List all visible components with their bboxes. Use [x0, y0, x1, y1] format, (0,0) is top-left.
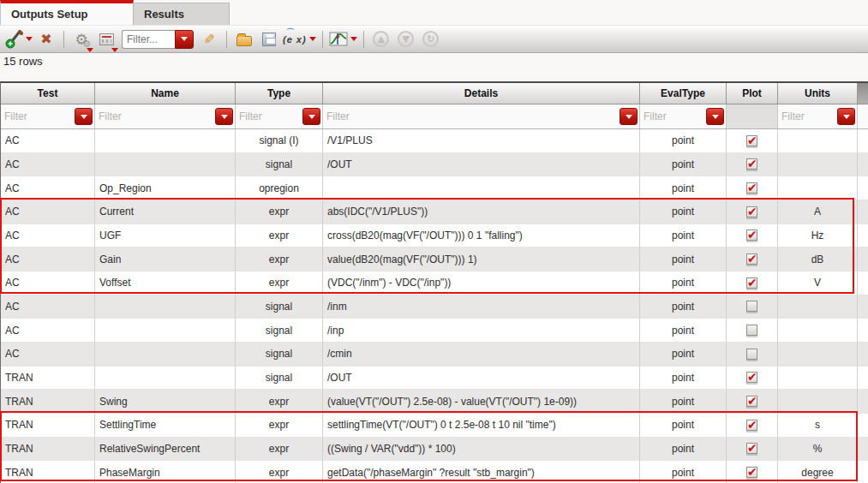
cell-details[interactable]: (value(VT("/OUT") 2.5e-08) - value(VT("/… — [323, 390, 640, 414]
cell-plot[interactable] — [727, 224, 778, 248]
cell-units[interactable]: dB — [778, 247, 858, 271]
table-row[interactable]: AC Current expr abs(IDC("/V1/PLUS")) poi… — [1, 200, 868, 224]
cell-details[interactable]: getData("/phaseMargin" ?result "stb_marg… — [323, 461, 640, 483]
cell-plot[interactable] — [727, 319, 778, 343]
filter-wand-button[interactable]: ✎ — [198, 28, 220, 51]
column-header-details[interactable]: Details — [323, 83, 640, 104]
column-header-plot[interactable]: Plot — [727, 83, 778, 104]
column-header-type[interactable]: Type — [236, 83, 323, 104]
settings-button[interactable]: ⚙ ⚙ — [70, 28, 93, 51]
cell-type[interactable]: signal — [236, 153, 323, 177]
filter-dropdown-type[interactable] — [302, 108, 320, 125]
cell-units[interactable]: s — [778, 414, 858, 438]
filter-dropdown-units[interactable] — [837, 108, 855, 125]
cell-type[interactable]: signal — [236, 343, 323, 367]
cell-evaltype[interactable]: point — [640, 390, 727, 414]
table-row[interactable]: TRAN signal /OUT point — [1, 367, 868, 391]
cell-name[interactable]: Swing — [95, 390, 236, 414]
cell-details[interactable]: /inp — [323, 319, 640, 343]
table-config-dropdown-icon[interactable] — [111, 48, 118, 52]
cell-plot[interactable] — [727, 461, 778, 483]
cell-units[interactable]: V — [778, 271, 858, 295]
table-row[interactable]: AC signal /cmin point — [1, 343, 868, 367]
toolbar-filter-dropdown-button[interactable] — [175, 30, 194, 49]
cell-plot[interactable] — [727, 271, 778, 295]
cell-test[interactable]: TRAN — [1, 390, 95, 414]
column-header-evaltype[interactable]: EvalType — [640, 83, 727, 104]
table-row[interactable]: AC signal /inp point — [1, 319, 868, 343]
cell-type[interactable]: signal — [236, 295, 323, 319]
add-output-button[interactable] — [4, 28, 33, 51]
cell-evaltype[interactable]: point — [640, 271, 727, 295]
cell-type[interactable]: opregion — [236, 176, 323, 200]
column-header-test[interactable]: Test — [1, 83, 95, 104]
cell-name[interactable] — [95, 129, 236, 153]
plot-button[interactable] — [329, 28, 357, 51]
cell-test[interactable]: AC — [1, 176, 95, 200]
cell-units[interactable] — [778, 390, 858, 414]
filter-dropdown-evaltype[interactable] — [706, 108, 724, 125]
cell-test[interactable]: TRAN — [1, 367, 95, 391]
plot-checkbox[interactable] — [746, 206, 757, 218]
cell-evaltype[interactable]: point — [640, 343, 727, 367]
cell-evaltype[interactable]: point — [640, 295, 727, 319]
cell-details[interactable]: cross(dB20(mag(VF("/OUT"))) 0 1 "falling… — [323, 224, 640, 248]
cell-units[interactable]: % — [778, 438, 858, 462]
cell-type[interactable]: signal — [236, 367, 323, 391]
cell-name[interactable]: RelativeSwingPercent — [95, 438, 236, 462]
cell-test[interactable]: AC — [1, 271, 95, 295]
plot-checkbox[interactable] — [746, 420, 757, 431]
cell-evaltype[interactable]: point — [640, 414, 727, 438]
table-row[interactable]: AC signal /inm point — [1, 295, 868, 319]
plot-checkbox[interactable] — [746, 349, 757, 360]
add-output-dropdown-icon[interactable] — [26, 37, 33, 41]
plot-checkbox[interactable] — [746, 135, 757, 146]
cell-evaltype[interactable]: point — [640, 438, 727, 462]
cell-name[interactable] — [95, 367, 236, 391]
cell-units[interactable]: degree — [778, 461, 858, 483]
cell-name[interactable] — [95, 319, 236, 343]
move-up-button[interactable]: ▲ — [370, 28, 392, 51]
cell-plot[interactable] — [727, 343, 778, 367]
filter-cell-type[interactable]: Filter — [236, 104, 323, 128]
delete-output-button[interactable]: ✖ — [35, 28, 57, 51]
plot-checkbox[interactable] — [746, 253, 757, 265]
table-row[interactable]: TRAN SettlingTime expr settlingTime(VT("… — [1, 414, 868, 438]
cell-type[interactable]: expr — [236, 438, 323, 462]
cell-test[interactable]: AC — [1, 129, 95, 153]
filter-cell-details[interactable]: Filter — [323, 104, 640, 128]
cell-evaltype[interactable]: point — [640, 153, 727, 177]
cell-plot[interactable] — [727, 247, 778, 271]
filter-dropdown-test[interactable] — [75, 108, 93, 125]
cell-details[interactable]: abs(IDC("/V1/PLUS")) — [323, 200, 640, 224]
cell-plot[interactable] — [727, 153, 778, 177]
table-row[interactable]: TRAN RelativeSwingPercent expr ((Swing /… — [1, 438, 868, 462]
filter-cell-name[interactable]: Filter — [95, 104, 236, 128]
cell-test[interactable]: AC — [1, 295, 95, 319]
table-config-button[interactable] — [95, 28, 117, 51]
cell-details[interactable]: /OUT — [323, 153, 640, 177]
cell-type[interactable]: signal — [236, 319, 323, 343]
expression-dropdown-icon[interactable] — [309, 37, 316, 41]
filter-dropdown-name[interactable] — [215, 108, 233, 125]
cell-details[interactable]: /cmin — [323, 343, 640, 367]
cell-test[interactable]: AC — [1, 343, 95, 367]
table-row[interactable]: TRAN PhaseMargin expr getData("/phaseMar… — [1, 461, 868, 483]
refresh-button[interactable]: ↻ — [420, 28, 442, 51]
cell-details[interactable]: /OUT — [323, 367, 640, 391]
toolbar-filter-input[interactable] — [122, 30, 175, 49]
cell-type[interactable]: expr — [236, 247, 323, 271]
filter-dropdown-details[interactable] — [620, 108, 638, 125]
plot-checkbox[interactable] — [746, 158, 757, 170]
open-button[interactable] — [233, 28, 255, 51]
cell-evaltype[interactable]: point — [640, 224, 727, 248]
cell-type[interactable]: expr — [236, 200, 323, 224]
cell-name[interactable]: PhaseMargin — [95, 461, 236, 483]
cell-details[interactable]: ((Swing / VAR("vdd")) * 100) — [323, 438, 640, 462]
cell-test[interactable]: AC — [1, 153, 95, 177]
cell-evaltype[interactable]: point — [640, 247, 727, 271]
cell-units[interactable] — [778, 295, 858, 319]
cell-evaltype[interactable]: point — [640, 129, 727, 153]
cell-plot[interactable] — [727, 129, 778, 153]
cell-plot[interactable] — [727, 438, 778, 462]
